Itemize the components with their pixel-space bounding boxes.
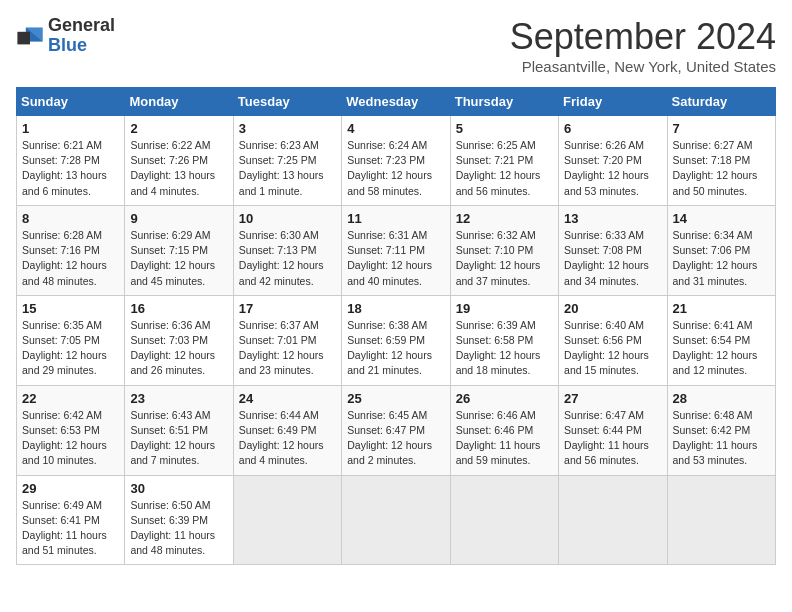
calendar-empty-cell bbox=[559, 475, 667, 565]
day-number: 2 bbox=[130, 121, 227, 136]
calendar-day-cell: 4Sunrise: 6:24 AMSunset: 7:23 PMDaylight… bbox=[342, 116, 450, 206]
calendar-day-cell: 9Sunrise: 6:29 AMSunset: 7:15 PMDaylight… bbox=[125, 205, 233, 295]
day-number: 6 bbox=[564, 121, 661, 136]
day-number: 3 bbox=[239, 121, 336, 136]
day-info: Sunrise: 6:25 AMSunset: 7:21 PMDaylight:… bbox=[456, 138, 553, 199]
day-info: Sunrise: 6:47 AMSunset: 6:44 PMDaylight:… bbox=[564, 408, 661, 469]
calendar-week-row: 22Sunrise: 6:42 AMSunset: 6:53 PMDayligh… bbox=[17, 385, 776, 475]
day-info: Sunrise: 6:22 AMSunset: 7:26 PMDaylight:… bbox=[130, 138, 227, 199]
day-number: 29 bbox=[22, 481, 119, 496]
day-info: Sunrise: 6:41 AMSunset: 6:54 PMDaylight:… bbox=[673, 318, 770, 379]
day-info: Sunrise: 6:31 AMSunset: 7:11 PMDaylight:… bbox=[347, 228, 444, 289]
title-block: September 2024 Pleasantville, New York, … bbox=[510, 16, 776, 75]
day-number: 12 bbox=[456, 211, 553, 226]
day-info: Sunrise: 6:44 AMSunset: 6:49 PMDaylight:… bbox=[239, 408, 336, 469]
day-info: Sunrise: 6:49 AMSunset: 6:41 PMDaylight:… bbox=[22, 498, 119, 559]
day-info: Sunrise: 6:45 AMSunset: 6:47 PMDaylight:… bbox=[347, 408, 444, 469]
day-number: 8 bbox=[22, 211, 119, 226]
calendar-day-cell: 7Sunrise: 6:27 AMSunset: 7:18 PMDaylight… bbox=[667, 116, 775, 206]
header: General Blue September 2024 Pleasantvill… bbox=[16, 16, 776, 75]
day-number: 26 bbox=[456, 391, 553, 406]
day-info: Sunrise: 6:28 AMSunset: 7:16 PMDaylight:… bbox=[22, 228, 119, 289]
day-number: 16 bbox=[130, 301, 227, 316]
calendar-empty-cell bbox=[342, 475, 450, 565]
column-header-friday: Friday bbox=[559, 88, 667, 116]
calendar-empty-cell bbox=[450, 475, 558, 565]
day-number: 5 bbox=[456, 121, 553, 136]
calendar-day-cell: 27Sunrise: 6:47 AMSunset: 6:44 PMDayligh… bbox=[559, 385, 667, 475]
day-number: 25 bbox=[347, 391, 444, 406]
day-info: Sunrise: 6:40 AMSunset: 6:56 PMDaylight:… bbox=[564, 318, 661, 379]
day-info: Sunrise: 6:38 AMSunset: 6:59 PMDaylight:… bbox=[347, 318, 444, 379]
location-subtitle: Pleasantville, New York, United States bbox=[510, 58, 776, 75]
day-number: 27 bbox=[564, 391, 661, 406]
calendar-day-cell: 11Sunrise: 6:31 AMSunset: 7:11 PMDayligh… bbox=[342, 205, 450, 295]
calendar-day-cell: 30Sunrise: 6:50 AMSunset: 6:39 PMDayligh… bbox=[125, 475, 233, 565]
calendar-day-cell: 2Sunrise: 6:22 AMSunset: 7:26 PMDaylight… bbox=[125, 116, 233, 206]
column-header-saturday: Saturday bbox=[667, 88, 775, 116]
calendar-day-cell: 21Sunrise: 6:41 AMSunset: 6:54 PMDayligh… bbox=[667, 295, 775, 385]
calendar-day-cell: 13Sunrise: 6:33 AMSunset: 7:08 PMDayligh… bbox=[559, 205, 667, 295]
calendar-week-row: 8Sunrise: 6:28 AMSunset: 7:16 PMDaylight… bbox=[17, 205, 776, 295]
day-info: Sunrise: 6:48 AMSunset: 6:42 PMDaylight:… bbox=[673, 408, 770, 469]
calendar-day-cell: 19Sunrise: 6:39 AMSunset: 6:58 PMDayligh… bbox=[450, 295, 558, 385]
calendar-day-cell: 5Sunrise: 6:25 AMSunset: 7:21 PMDaylight… bbox=[450, 116, 558, 206]
day-number: 4 bbox=[347, 121, 444, 136]
calendar-day-cell: 15Sunrise: 6:35 AMSunset: 7:05 PMDayligh… bbox=[17, 295, 125, 385]
calendar-day-cell: 25Sunrise: 6:45 AMSunset: 6:47 PMDayligh… bbox=[342, 385, 450, 475]
column-header-monday: Monday bbox=[125, 88, 233, 116]
svg-rect-2 bbox=[17, 32, 30, 45]
month-title: September 2024 bbox=[510, 16, 776, 58]
day-number: 30 bbox=[130, 481, 227, 496]
calendar-week-row: 15Sunrise: 6:35 AMSunset: 7:05 PMDayligh… bbox=[17, 295, 776, 385]
day-info: Sunrise: 6:46 AMSunset: 6:46 PMDaylight:… bbox=[456, 408, 553, 469]
day-number: 28 bbox=[673, 391, 770, 406]
logo-text: General Blue bbox=[48, 16, 115, 56]
calendar-day-cell: 28Sunrise: 6:48 AMSunset: 6:42 PMDayligh… bbox=[667, 385, 775, 475]
calendar-day-cell: 16Sunrise: 6:36 AMSunset: 7:03 PMDayligh… bbox=[125, 295, 233, 385]
day-number: 7 bbox=[673, 121, 770, 136]
calendar-header-row: SundayMondayTuesdayWednesdayThursdayFrid… bbox=[17, 88, 776, 116]
calendar-day-cell: 1Sunrise: 6:21 AMSunset: 7:28 PMDaylight… bbox=[17, 116, 125, 206]
calendar-day-cell: 6Sunrise: 6:26 AMSunset: 7:20 PMDaylight… bbox=[559, 116, 667, 206]
calendar-day-cell: 18Sunrise: 6:38 AMSunset: 6:59 PMDayligh… bbox=[342, 295, 450, 385]
calendar-empty-cell bbox=[233, 475, 341, 565]
logo-general: General bbox=[48, 16, 115, 36]
day-info: Sunrise: 6:32 AMSunset: 7:10 PMDaylight:… bbox=[456, 228, 553, 289]
day-number: 13 bbox=[564, 211, 661, 226]
day-info: Sunrise: 6:23 AMSunset: 7:25 PMDaylight:… bbox=[239, 138, 336, 199]
day-number: 14 bbox=[673, 211, 770, 226]
calendar-day-cell: 26Sunrise: 6:46 AMSunset: 6:46 PMDayligh… bbox=[450, 385, 558, 475]
calendar-day-cell: 20Sunrise: 6:40 AMSunset: 6:56 PMDayligh… bbox=[559, 295, 667, 385]
calendar-week-row: 29Sunrise: 6:49 AMSunset: 6:41 PMDayligh… bbox=[17, 475, 776, 565]
calendar-day-cell: 14Sunrise: 6:34 AMSunset: 7:06 PMDayligh… bbox=[667, 205, 775, 295]
calendar-day-cell: 23Sunrise: 6:43 AMSunset: 6:51 PMDayligh… bbox=[125, 385, 233, 475]
calendar-day-cell: 29Sunrise: 6:49 AMSunset: 6:41 PMDayligh… bbox=[17, 475, 125, 565]
day-info: Sunrise: 6:34 AMSunset: 7:06 PMDaylight:… bbox=[673, 228, 770, 289]
calendar-day-cell: 12Sunrise: 6:32 AMSunset: 7:10 PMDayligh… bbox=[450, 205, 558, 295]
day-info: Sunrise: 6:39 AMSunset: 6:58 PMDaylight:… bbox=[456, 318, 553, 379]
day-number: 20 bbox=[564, 301, 661, 316]
calendar-day-cell: 22Sunrise: 6:42 AMSunset: 6:53 PMDayligh… bbox=[17, 385, 125, 475]
day-number: 17 bbox=[239, 301, 336, 316]
day-info: Sunrise: 6:26 AMSunset: 7:20 PMDaylight:… bbox=[564, 138, 661, 199]
column-header-sunday: Sunday bbox=[17, 88, 125, 116]
calendar-table: SundayMondayTuesdayWednesdayThursdayFrid… bbox=[16, 87, 776, 565]
day-info: Sunrise: 6:30 AMSunset: 7:13 PMDaylight:… bbox=[239, 228, 336, 289]
day-number: 9 bbox=[130, 211, 227, 226]
day-number: 19 bbox=[456, 301, 553, 316]
day-info: Sunrise: 6:50 AMSunset: 6:39 PMDaylight:… bbox=[130, 498, 227, 559]
day-info: Sunrise: 6:24 AMSunset: 7:23 PMDaylight:… bbox=[347, 138, 444, 199]
logo: General Blue bbox=[16, 16, 115, 56]
day-number: 10 bbox=[239, 211, 336, 226]
day-number: 22 bbox=[22, 391, 119, 406]
day-info: Sunrise: 6:29 AMSunset: 7:15 PMDaylight:… bbox=[130, 228, 227, 289]
day-number: 23 bbox=[130, 391, 227, 406]
column-header-wednesday: Wednesday bbox=[342, 88, 450, 116]
day-info: Sunrise: 6:43 AMSunset: 6:51 PMDaylight:… bbox=[130, 408, 227, 469]
day-info: Sunrise: 6:36 AMSunset: 7:03 PMDaylight:… bbox=[130, 318, 227, 379]
day-number: 15 bbox=[22, 301, 119, 316]
calendar-day-cell: 3Sunrise: 6:23 AMSunset: 7:25 PMDaylight… bbox=[233, 116, 341, 206]
day-info: Sunrise: 6:42 AMSunset: 6:53 PMDaylight:… bbox=[22, 408, 119, 469]
day-number: 11 bbox=[347, 211, 444, 226]
